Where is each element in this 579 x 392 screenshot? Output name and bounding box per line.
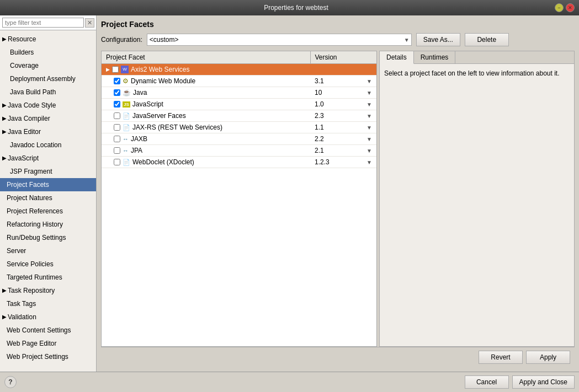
apply-close-button[interactable]: Apply and Close [512, 375, 575, 389]
apply-button[interactable]: Apply [526, 351, 570, 364]
table-row[interactable]: ↔JPA2.1▼ [102, 145, 376, 157]
facet-name: Dynamic Web Module [131, 77, 195, 85]
sidebar-item-label: Validation [8, 312, 36, 322]
table-row[interactable]: ⚙Dynamic Web Module3.1▼ [102, 76, 376, 87]
sidebar-item-web-page-editor[interactable]: Web Page Editor [0, 337, 96, 350]
sidebar-item-refactoring-history[interactable]: Refactoring History [0, 218, 96, 231]
row-expand-icon[interactable]: ▶ [106, 67, 110, 72]
version-dropdown-icon[interactable]: ▼ [366, 78, 372, 84]
cancel-button[interactable]: Cancel [465, 375, 509, 389]
table-row[interactable]: 📄JavaServer Faces2.3▼ [102, 110, 376, 122]
sidebar-item-task-tags[interactable]: Task Tags [0, 297, 96, 310]
facet-checkbox[interactable] [114, 136, 120, 142]
page-title: Project Facets [101, 20, 575, 29]
facet-checkbox[interactable] [114, 112, 120, 119]
filter-clear-button[interactable]: ✕ [85, 18, 94, 28]
facet-name: Axis2 Web Services [131, 66, 189, 73]
facet-checkbox[interactable] [114, 89, 120, 96]
ws-icon: W [121, 66, 129, 73]
sidebar-item-validation[interactable]: ▶Validation [0, 310, 96, 324]
table-row[interactable]: 📄WebDoclet (XDoclet)1.2.3▼ [102, 157, 376, 168]
sidebar-item-javadoc-location[interactable]: Javadoc Location [0, 138, 96, 152]
sidebar-item-project-natures[interactable]: Project Natures [0, 191, 96, 205]
version-dropdown-icon[interactable]: ▼ [366, 90, 372, 96]
facet-version: 2.2 [315, 135, 324, 143]
table-row[interactable]: ▶WAxis2 Web Services [102, 64, 376, 76]
sidebar-item-label: Builders [10, 49, 34, 56]
footer-bar: ? Cancel Apply and Close [0, 372, 579, 392]
expand-icon: ▶ [2, 100, 7, 110]
version-dropdown-icon[interactable]: ▼ [366, 113, 372, 119]
sidebar-item-builders[interactable]: Builders [0, 46, 96, 59]
facet-checkbox[interactable] [114, 101, 120, 108]
sidebar-item-java-editor[interactable]: ▶Java Editor [0, 125, 96, 138]
sidebar-item-java-compiler[interactable]: ▶Java Compiler [0, 112, 96, 125]
sidebar-item-resource[interactable]: ▶Resource [0, 33, 96, 46]
sidebar-item-coverage[interactable]: Coverage [0, 59, 96, 72]
sidebar-item-label: Task Tags [7, 300, 36, 308]
facet-checkbox[interactable] [112, 66, 119, 73]
col-header-facet: Project Facet [102, 51, 310, 64]
facet-name: JAXB [131, 135, 147, 143]
sidebar: ✕ ▶ResourceBuildersCoverageDeployment As… [0, 15, 97, 372]
sidebar-item-label: Deployment Assembly [10, 75, 76, 83]
sidebar-item-label: Server [7, 247, 26, 255]
table-row[interactable]: ☕Java10▼ [102, 87, 376, 99]
sidebar-item-service-policies[interactable]: Service Policies [0, 257, 96, 271]
delete-button[interactable]: Delete [465, 33, 509, 46]
close-button[interactable]: ✕ [566, 3, 575, 12]
save-as-button[interactable]: Save As... [416, 33, 460, 46]
version-dropdown-icon[interactable]: ▼ [366, 125, 372, 131]
expand-icon: ▶ [2, 114, 7, 123]
sidebar-item-label: Java Code Style [8, 100, 56, 110]
sidebar-item-label: Java Compiler [8, 114, 50, 123]
tab-details[interactable]: Details [380, 51, 414, 64]
sidebar-item-web-project-settings[interactable]: Web Project Settings [0, 350, 96, 363]
version-dropdown-icon[interactable]: ▼ [366, 148, 372, 154]
version-dropdown-icon[interactable]: ▼ [366, 159, 372, 165]
configuration-row: Configuration: <custom>Default Configura… [101, 33, 575, 46]
sidebar-nav: ▶ResourceBuildersCoverageDeployment Asse… [0, 30, 96, 372]
sidebar-item-task-repository[interactable]: ▶Task Repository [0, 284, 96, 297]
facet-name: Java [133, 89, 147, 96]
sidebar-item-label: Task Repository [8, 286, 55, 296]
dialog-body: ✕ ▶ResourceBuildersCoverageDeployment As… [0, 15, 579, 372]
help-button[interactable]: ? [4, 376, 17, 388]
tab-runtimes[interactable]: Runtimes [414, 51, 456, 63]
expand-icon: ▶ [2, 286, 7, 296]
facet-checkbox[interactable] [114, 147, 120, 154]
facet-version: 1.2.3 [315, 158, 330, 166]
sidebar-item-deployment-assembly[interactable]: Deployment Assembly [0, 72, 96, 85]
facet-checkbox[interactable] [114, 124, 120, 131]
bottom-toolbar: Revert Apply [101, 347, 575, 367]
sidebar-item-label: Java Editor [8, 127, 41, 137]
sidebar-item-project-facets[interactable]: Project Facets [0, 178, 96, 191]
revert-button[interactable]: Revert [479, 351, 523, 364]
sidebar-item-java-code-style[interactable]: ▶Java Code Style [0, 99, 96, 112]
minimize-button[interactable]: − [555, 3, 564, 12]
sidebar-item-run-debug-settings[interactable]: Run/Debug Settings [0, 231, 96, 244]
sidebar-item-web-content-settings[interactable]: Web Content Settings [0, 324, 96, 337]
facet-version: 1.1 [315, 123, 324, 131]
sidebar-item-java-build-path[interactable]: Java Build Path [0, 85, 96, 99]
search-input[interactable] [2, 18, 84, 28]
version-dropdown-icon[interactable]: ▼ [366, 101, 372, 108]
table-row[interactable]: ↔JAXB2.2▼ [102, 133, 376, 145]
sidebar-item-server[interactable]: Server [0, 244, 96, 257]
sidebar-item-javascript[interactable]: ▶JavaScript [0, 152, 96, 165]
sidebar-item-jsp-fragment[interactable]: JSP Fragment [0, 165, 96, 178]
table-row[interactable]: JSJavaScript1.0▼ [102, 99, 376, 110]
facet-checkbox[interactable] [114, 78, 120, 84]
table-row[interactable]: 📄JAX-RS (REST Web Services)1.1▼ [102, 122, 376, 133]
details-text: Select a project facet on the left to vi… [384, 69, 560, 77]
facet-checkbox[interactable] [114, 159, 120, 165]
js-icon: JS [123, 101, 130, 108]
facet-version: 2.3 [315, 112, 324, 120]
config-select[interactable]: <custom>Default Configuration [147, 34, 412, 46]
sidebar-item-targeted-runtimes[interactable]: Targeted Runtimes [0, 271, 96, 284]
version-dropdown-icon[interactable]: ▼ [366, 136, 372, 142]
window-controls: − ✕ [555, 3, 575, 12]
java-icon: ☕ [123, 89, 131, 96]
sidebar-item-project-references[interactable]: Project References [0, 205, 96, 218]
facet-version: 1.0 [315, 100, 324, 108]
